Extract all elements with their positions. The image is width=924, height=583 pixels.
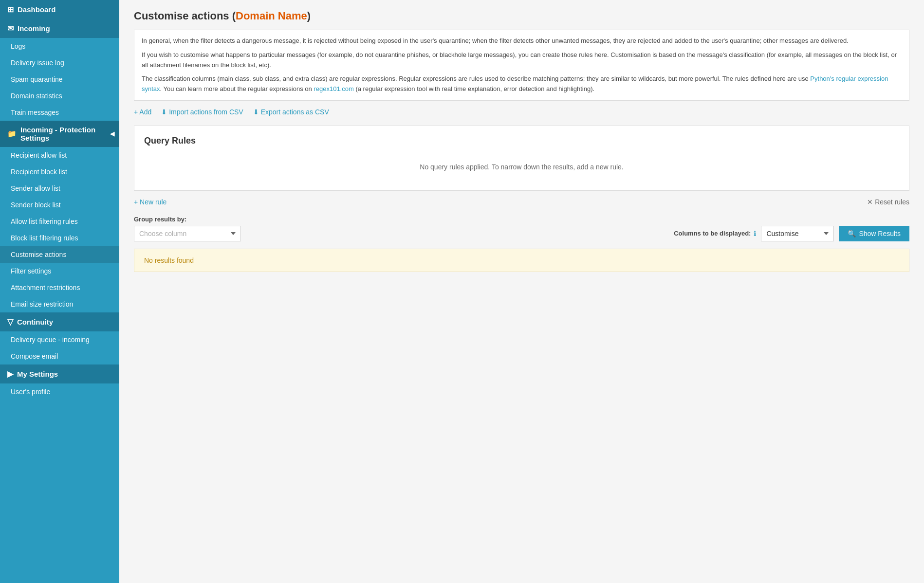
query-rules-box: Query Rules No query rules applied. To n… — [134, 126, 909, 191]
dashboard-icon: ⊞ — [7, 5, 14, 14]
import-icon: ⬇ — [161, 108, 167, 116]
regex101-link[interactable]: regex101.com — [314, 85, 353, 92]
sidebar-item-users-profile[interactable]: User's profile — [0, 383, 119, 400]
info-box: In general, when the filter detects a da… — [134, 30, 909, 101]
description-2: If you wish to customise what happens to… — [142, 50, 902, 71]
search-icon: 🔍 — [848, 230, 856, 237]
columns-label: Columns to be displayed: — [674, 230, 751, 237]
sidebar: ⊞ Dashboard ✉ Incoming Logs Delivery iss… — [0, 0, 119, 583]
export-icon: ⬇ — [253, 108, 259, 116]
action-bar: + Add ⬇ Import actions from CSV ⬇ Export… — [134, 108, 909, 116]
sidebar-item-domain-statistics[interactable]: Domain statistics — [0, 88, 119, 104]
query-rules-empty-message: No query rules applied. To narrow down t… — [144, 153, 899, 181]
sidebar-item-incoming[interactable]: ✉ Incoming — [0, 19, 119, 38]
columns-select[interactable]: Customise — [761, 226, 834, 241]
sidebar-item-train-messages[interactable]: Train messages — [0, 104, 119, 121]
add-link[interactable]: + Add — [134, 108, 151, 116]
filter-icon: ▽ — [7, 317, 13, 327]
sidebar-item-filter-settings[interactable]: Filter settings — [0, 263, 119, 279]
sidebar-item-allow-list-filtering-rules[interactable]: Allow list filtering rules — [0, 213, 119, 230]
sidebar-item-recipient-block-list[interactable]: Recipient block list — [0, 164, 119, 180]
no-results-bar: No results found — [134, 249, 909, 272]
reset-rules-button[interactable]: ✕ Reset rules — [867, 198, 909, 206]
folder-icon: 📁 — [7, 129, 17, 138]
new-rule-button[interactable]: + New rule — [134, 198, 166, 206]
sidebar-item-incoming-protection[interactable]: 📁 Incoming - Protection Settings ◀ — [0, 121, 119, 147]
info-icon: ℹ — [754, 230, 756, 237]
sidebar-item-compose-email[interactable]: Compose email — [0, 348, 119, 364]
sidebar-item-delivery-issue-log[interactable]: Delivery issue log — [0, 55, 119, 71]
sidebar-item-customise-actions[interactable]: Customise actions — [0, 246, 119, 263]
sidebar-item-dashboard[interactable]: ⊞ Dashboard — [0, 0, 119, 19]
filter-row: Group results by: Choose column Columns … — [134, 216, 909, 241]
sidebar-item-email-size-restriction[interactable]: Email size restriction — [0, 296, 119, 312]
sidebar-item-sender-allow-list[interactable]: Sender allow list — [0, 180, 119, 197]
query-rules-title: Query Rules — [144, 136, 899, 146]
sidebar-item-attachment-restrictions[interactable]: Attachment restrictions — [0, 279, 119, 296]
chevron-right-icon: ▶ — [7, 369, 13, 379]
description-1: In general, when the filter detects a da… — [142, 36, 902, 46]
main-content: Customise actions (Domain Name) In gener… — [119, 0, 924, 583]
sidebar-item-delivery-queue-incoming[interactable]: Delivery queue - incoming — [0, 331, 119, 348]
sidebar-item-block-list-filtering-rules[interactable]: Block list filtering rules — [0, 230, 119, 246]
import-link[interactable]: ⬇ Import actions from CSV — [161, 108, 243, 116]
rule-controls: + New rule ✕ Reset rules — [134, 198, 909, 206]
sidebar-item-continuity[interactable]: ▽ Continuity — [0, 312, 119, 331]
group-by-select[interactable]: Choose column — [134, 226, 241, 241]
collapse-arrow-icon: ◀ — [110, 130, 114, 137]
sidebar-item-my-settings[interactable]: ▶ My Settings — [0, 364, 119, 383]
sidebar-item-spam-quarantine[interactable]: Spam quarantine — [0, 71, 119, 88]
export-link[interactable]: ⬇ Export actions as CSV — [253, 108, 329, 116]
sidebar-item-recipient-allow-list[interactable]: Recipient allow list — [0, 147, 119, 164]
sidebar-item-logs[interactable]: Logs — [0, 38, 119, 55]
page-title: Customise actions (Domain Name) — [134, 10, 909, 22]
show-results-button[interactable]: 🔍 Show Results — [839, 226, 909, 241]
sidebar-item-sender-block-list[interactable]: Sender block list — [0, 197, 119, 213]
group-by-group: Group results by: Choose column — [134, 216, 241, 241]
group-by-label: Group results by: — [134, 216, 241, 223]
email-icon: ✉ — [7, 24, 14, 33]
description-3: The classification columns (main class, … — [142, 74, 902, 94]
